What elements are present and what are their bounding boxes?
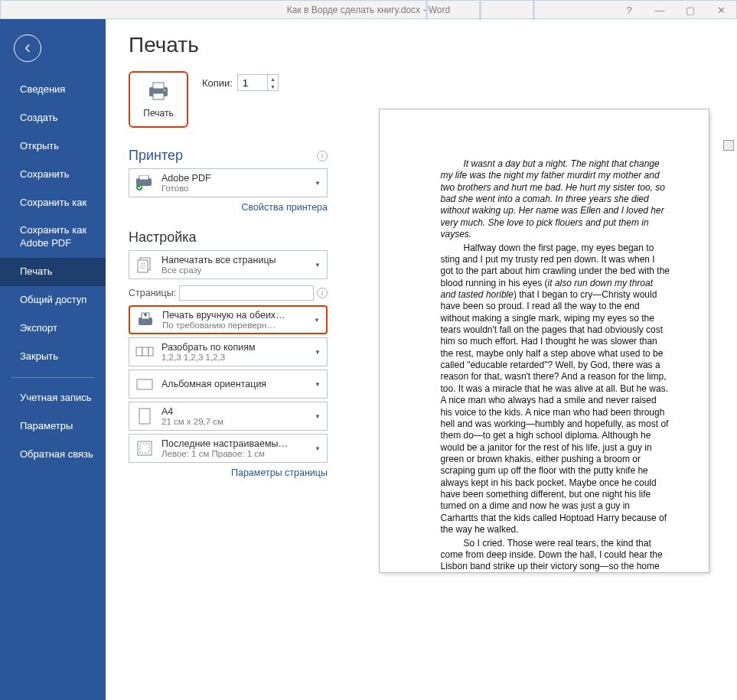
print-scope-line2: Все сразу xyxy=(161,265,307,275)
chevron-down-icon: ▼ xyxy=(313,381,322,388)
pages-stack-icon xyxy=(134,256,155,273)
chevron-down-icon: ▼ xyxy=(313,413,322,420)
orientation-dropdown[interactable]: Альбомная ориентация ▼ xyxy=(129,370,328,399)
nav-new[interactable]: Создать xyxy=(0,104,106,132)
nav-saveas[interactable]: Сохранить как xyxy=(0,189,106,217)
duplex-line2: По требованию переверн… xyxy=(162,321,306,330)
page-setup-link[interactable]: Параметры страницы xyxy=(129,467,328,478)
nav-save[interactable]: Сохранить xyxy=(0,161,106,189)
print-button[interactable]: Печать xyxy=(129,71,188,128)
duplex-dropdown[interactable]: Печать вручную на обеих… По требованию п… xyxy=(129,305,328,334)
chevron-down-icon: ▼ xyxy=(313,349,322,356)
nav-feedback[interactable]: Обратная связь xyxy=(0,441,106,469)
nav-account[interactable]: Учетная запись xyxy=(0,384,106,412)
svg-rect-15 xyxy=(142,347,148,356)
margins-dropdown[interactable]: Последние настраиваемы… Левое: 1 см Прав… xyxy=(129,434,328,463)
paper-size-dropdown[interactable]: A4 21 см x 29,7 см ▼ xyxy=(129,402,328,431)
margins-line2: Левое: 1 см Правое: 1 см xyxy=(161,449,307,458)
svg-rect-1 xyxy=(153,83,164,89)
nav-print[interactable]: Печать xyxy=(0,258,106,286)
chevron-down-icon: ▼ xyxy=(312,317,321,324)
titlebar: Как в Ворде сделать книгу.docx - Word ? … xyxy=(0,0,737,19)
printer-name: Adobe PDF xyxy=(161,173,307,184)
collate-line1: Разобрать по копиям xyxy=(161,342,307,353)
margins-icon xyxy=(134,440,155,457)
nav-export[interactable]: Экспорт xyxy=(0,314,106,343)
window-title: Как в Ворде сделать книгу.docx - Word xyxy=(287,5,450,15)
copies-spinner[interactable]: ▲ ▼ xyxy=(237,74,279,91)
printer-properties-link[interactable]: Свойства принтера xyxy=(129,202,328,213)
back-button[interactable] xyxy=(14,34,41,62)
duplex-line1: Печать вручную на обеих… xyxy=(162,310,306,321)
svg-rect-18 xyxy=(139,409,150,424)
pages-label: Страницы: xyxy=(129,288,176,298)
collate-dropdown[interactable]: Разобрать по копиям 1,2,3 1,2,3 1,2,3 ▼ xyxy=(129,337,328,366)
svg-rect-16 xyxy=(148,347,153,356)
chevron-down-icon: ▼ xyxy=(313,445,322,452)
nav-info[interactable]: Сведения xyxy=(0,76,106,104)
minimize-button[interactable]: — xyxy=(644,1,675,20)
svg-rect-8 xyxy=(138,260,148,272)
svg-point-3 xyxy=(164,89,165,90)
backstage-sidebar: Сведения Создать Открыть Сохранить Сохра… xyxy=(0,19,106,700)
nav-close[interactable]: Закрыть xyxy=(0,343,106,371)
preview-para-2: Halfway down the first page, my eyes beg… xyxy=(441,243,670,536)
print-scope-line1: Напечатать все страницы xyxy=(161,255,307,265)
printer-status: Готово xyxy=(161,184,307,193)
copies-label: Копии: xyxy=(202,77,233,89)
preview-para-1: It wasnt a day but a night. The night th… xyxy=(441,158,665,239)
printer-ready-icon xyxy=(134,175,155,190)
nav-separator xyxy=(11,377,95,378)
svg-rect-5 xyxy=(139,175,148,180)
pages-input[interactable] xyxy=(179,285,314,301)
nav-saveas-pdf[interactable]: Сохранить как Adobe PDF xyxy=(0,217,106,258)
paper-line1: A4 xyxy=(161,406,307,417)
print-button-label: Печать xyxy=(143,108,173,119)
help-button[interactable]: ? xyxy=(614,1,644,20)
nav-open[interactable]: Открыть xyxy=(0,132,106,161)
orientation-line1: Альбомная ориентация xyxy=(161,379,307,389)
chevron-down-icon: ▼ xyxy=(313,180,322,187)
nav-options[interactable]: Параметры xyxy=(0,412,106,441)
svg-rect-17 xyxy=(137,379,152,389)
collate-icon xyxy=(134,344,155,360)
printer-heading: Принтер xyxy=(129,148,183,164)
print-scope-dropdown[interactable]: Напечатать все страницы Все сразу ▼ xyxy=(129,250,328,279)
printer-info-icon[interactable]: i xyxy=(317,151,328,161)
page-title: Печать xyxy=(129,33,328,57)
print-preview-page: It wasnt a day but a night. The night th… xyxy=(380,109,709,572)
nav-share[interactable]: Общий доступ xyxy=(0,286,106,314)
paper-line2: 21 см x 29,7 см xyxy=(161,417,307,426)
svg-rect-2 xyxy=(153,93,164,99)
restore-button[interactable]: ▢ xyxy=(675,1,706,20)
window-buttons: ? — ▢ ✕ xyxy=(614,1,736,20)
svg-rect-14 xyxy=(136,347,142,356)
margins-line1: Последние настраиваемы… xyxy=(161,438,307,449)
preview-scroll-indicator[interactable] xyxy=(723,140,734,151)
copies-down-icon[interactable]: ▼ xyxy=(268,83,278,90)
svg-point-6 xyxy=(136,184,142,190)
landscape-icon xyxy=(134,376,155,392)
duplex-manual-icon xyxy=(135,311,156,328)
copies-input[interactable] xyxy=(238,75,267,90)
printer-icon xyxy=(146,81,171,103)
chevron-down-icon: ▼ xyxy=(313,262,322,269)
preview-para-3: So I cried. Those were real tears, the k… xyxy=(441,538,670,573)
copies-up-icon[interactable]: ▲ xyxy=(268,75,278,83)
close-button[interactable]: ✕ xyxy=(706,1,736,20)
printer-dropdown[interactable]: Adobe PDF Готово ▼ xyxy=(129,168,328,197)
pages-info-icon[interactable]: i xyxy=(317,288,328,298)
settings-heading: Настройка xyxy=(129,230,328,246)
collate-line2: 1,2,3 1,2,3 1,2,3 xyxy=(161,353,307,362)
page-icon xyxy=(134,407,155,425)
